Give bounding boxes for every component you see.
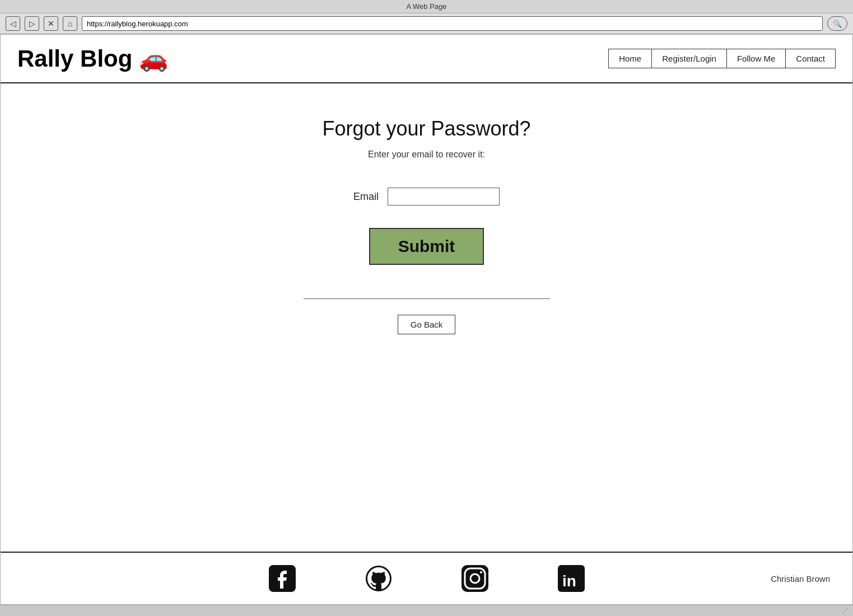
page-title: Forgot your Password? [322, 117, 530, 141]
page-wrapper: Rally Blog 🚗 Home Register/Login Follow … [0, 34, 853, 605]
submit-button[interactable]: Submit [369, 228, 484, 265]
browser-titlebar: A Web Page [0, 0, 853, 13]
email-label: Email [353, 191, 379, 203]
forward-button[interactable]: ▷ [25, 16, 39, 31]
github-icon[interactable] [364, 564, 393, 593]
svg-point-5 [480, 571, 482, 573]
search-button[interactable]: 🔍 [827, 16, 847, 31]
email-input[interactable] [388, 188, 500, 206]
home-button[interactable]: ⌂ [63, 16, 77, 31]
footer-credit: Christian Brown [771, 574, 830, 584]
divider [304, 298, 550, 299]
close-button[interactable]: ✕ [44, 16, 58, 31]
resize-handle: ⋰ [842, 606, 849, 615]
nav-home[interactable]: Home [609, 49, 652, 68]
site-logo: Rally Blog 🚗 [17, 45, 168, 72]
svg-text:in: in [562, 572, 576, 590]
main-content: Forgot your Password? Enter your email t… [1, 83, 852, 552]
nav-contact[interactable]: Contact [786, 49, 835, 68]
site-footer: in Christian Brown [1, 552, 852, 604]
car-icon: 🚗 [139, 45, 168, 72]
instagram-icon[interactable] [460, 564, 490, 593]
back-button[interactable]: ◁ [6, 16, 20, 31]
linkedin-icon[interactable]: in [557, 564, 586, 593]
footer-icons: in [268, 564, 586, 593]
go-back-button[interactable]: Go Back [398, 315, 456, 334]
nav-register-login[interactable]: Register/Login [652, 49, 727, 68]
site-header: Rally Blog 🚗 Home Register/Login Follow … [1, 35, 852, 83]
browser-statusbar: ⋰ [0, 605, 853, 616]
email-form-row: Email [353, 188, 500, 206]
nav-follow-me[interactable]: Follow Me [727, 49, 786, 68]
browser-toolbar: ◁ ▷ ✕ ⌂ 🔍 [0, 13, 853, 34]
url-bar[interactable] [82, 16, 823, 31]
site-nav: Home Register/Login Follow Me Contact [608, 49, 836, 68]
facebook-icon[interactable] [268, 564, 297, 593]
browser-title: A Web Page [406, 2, 446, 11]
logo-text: Rally Blog [17, 45, 132, 72]
svg-rect-3 [465, 568, 485, 589]
form-subtitle: Enter your email to recover it: [368, 150, 485, 160]
